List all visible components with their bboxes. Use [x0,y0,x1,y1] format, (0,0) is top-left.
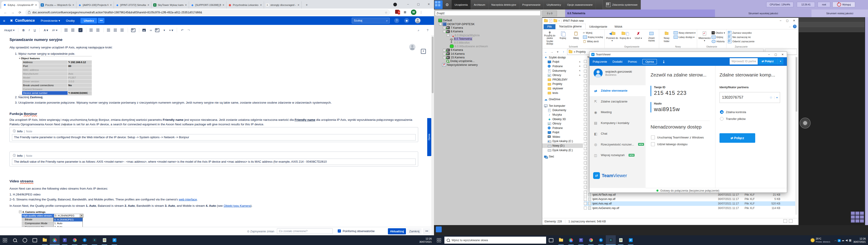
property-row[interactable]: Model ✎P1357 [22,76,92,80]
device-tree-item[interactable]: + 8.0.Wejścia/Wyjścia [434,33,542,37]
new-item-button[interactable]: Nowy element ▾ [674,31,695,35]
panel-scrollbar[interactable] [865,17,868,225]
device-search-input[interactable]: Znajdź [435,11,541,16]
checkbox[interactable] [651,135,655,140]
insert-more-button[interactable]: + ▾ [169,29,173,32]
tree-expander-icon[interactable]: + [443,27,445,29]
select-all-button[interactable]: Zaznacz wszystko [728,31,754,35]
browser-tab[interactable]: ◆ [IPINT-37372] Simultaneou ✕ [114,1,151,9]
task-list-icon[interactable]: ✓ [79,28,83,32]
nav-spaces[interactable]: Przestrzenie ▾ [41,19,60,22]
teamviewer-sidebar-item[interactable]: ◧ Chat [590,128,646,139]
sidebar-item[interactable]: Dokumenty ➤ [542,68,583,73]
remote-control-radio-row[interactable]: Zdalna kontrola [720,110,746,114]
up-icon[interactable]: ↑ [561,50,566,54]
file-checkbox[interactable] [584,207,587,210]
insert-link-icon[interactable]: ∞ [150,29,152,32]
settings-gear-icon[interactable]: ⚙ [442,0,452,9]
sidebar-item[interactable]: Wideo ➤ [542,134,583,139]
tree-expander-icon[interactable]: + [447,34,450,36]
axxon-client-icon[interactable]: 4 [606,235,616,245]
device-label[interactable]: 8.Kamera [451,30,463,33]
tab-close-icon[interactable]: ✕ [35,4,37,6]
dropdown-arrow-icon[interactable]: ▼ [80,214,83,217]
property-row[interactable]: Current firmware ✎ [22,87,92,91]
forward-icon[interactable]: → [10,10,15,15]
browser-menu-icon[interactable]: ⋮ [420,10,423,14]
partner-id-quick-input[interactable]: Wprowadź ID partne [730,58,758,64]
insert-table-icon[interactable] [155,28,159,32]
axxon-tab[interactable]: Użytkownicy [544,0,564,9]
file-row[interactable]: Ipint.Avycon.rep.xlf 30/07/2021 11:17 Pl… [584,197,795,202]
browser-tab[interactable]: ◆ [AAPO-100] Projects for ne ✕ [76,1,114,9]
tray-teamviewer-icon[interactable]: ⇄ [837,239,841,242]
download-icon[interactable]: ⭳ [662,60,665,63]
device-tree-item[interactable]: − DESKTOP-DP9TESK [434,22,542,26]
tab-view[interactable]: Widok [611,24,626,29]
editor-help-icon[interactable]: ? [427,29,428,32]
new-tab-button[interactable]: + [304,3,309,8]
teamviewer-sidebar-item[interactable]: ⇱ Zdalne zarządzanie [590,96,646,107]
axxon-client-icon[interactable]: 4 [90,235,99,245]
taskbar-search-box[interactable]: Wpisz tu wyszukiwane słowa [444,237,546,244]
camera-setting-label[interactable]: High-quality video stream [22,214,54,218]
address-bar[interactable]: doc.axxonsoft.com/confluence/pages/resum… [25,9,390,16]
ptz-keypad[interactable] [851,212,865,223]
sidebar-item[interactable]: Projekty ➤ [542,82,583,86]
select-none-button[interactable]: Nie zaznaczaj nic [728,35,754,39]
browser-avatar[interactable]: W [411,9,416,15]
easy-access-row[interactable]: Udziel łatwego dostępu [651,142,687,146]
notes-app-icon[interactable] [616,235,626,245]
nav-more-button[interactable]: ••• [98,18,104,23]
confluence-search-input[interactable]: Szukaj⌕ [352,18,390,24]
maximize-button[interactable]: ▢ [772,52,779,58]
align-left-icon[interactable] [107,29,111,32]
minimize-button[interactable]: – [766,52,772,58]
quick-access-check-icon[interactable]: ✓ [549,19,552,22]
tree-expander-icon[interactable] [447,45,449,47]
extension-icon[interactable]: 19 [395,10,399,14]
teamviewer-taskbar-icon[interactable]: ⇄ [626,235,636,245]
maximize-button[interactable]: ▢ [784,18,791,24]
notifications-bell-icon[interactable]: ◆ [404,18,409,23]
teamviewer-sidebar-item[interactable]: ◉ Meeting [590,107,646,118]
https-lock-icon[interactable] [28,12,31,14]
axxon-tab[interactable]: Narzędzia detekcyjne [489,0,520,9]
task-view-icon[interactable] [30,235,40,245]
property-row[interactable]: Device serial number ✎00409CD200C [22,91,92,95]
sidebar-item[interactable]: skytower ➤ [542,86,583,91]
device-label[interactable]: 14.Kamera [451,52,465,55]
update-button[interactable]: Aktualizuj [388,228,406,234]
teamviewer-title-bar[interactable]: ⇄ TeamViewer –▢✕ [590,52,787,57]
tree-expander-icon[interactable]: + [443,56,445,59]
partner-id-input[interactable]: 1302076757 ☆ ▾ [719,92,780,103]
url-text[interactable]: doc.axxonsoft.com/confluence/pages/resum… [32,11,383,14]
save-more-button[interactable]: ••• [423,228,431,234]
tab-close-icon[interactable]: ✕ [222,4,224,6]
partner-dropdown-icon[interactable]: ▾ [774,96,778,99]
invert-selection-button[interactable]: Odwróć zaznaczenie [728,39,754,43]
camera-setting-value[interactable]: 0. H.264/MJPEG▼ [54,214,84,218]
layout-tile-button[interactable] [436,226,442,232]
device-label[interactable]: Nieprzydzielone serwery [447,63,477,66]
confluence-logo[interactable]: ✖Confluence [10,19,35,23]
sidebar-item[interactable]: tests ➤ [542,91,583,95]
editor-search-icon[interactable]: ⌕ [418,29,419,32]
start-with-windows-row[interactable]: Uruchamiaj TeamViewer z Windows [651,135,704,140]
sidebar-item[interactable]: Szybki dostęp ➤ [542,55,583,60]
device-tree-item[interactable]: 8.0.Telemetria [434,37,542,41]
file-explorer-icon[interactable] [556,235,566,245]
account-info[interactable]: wojciech.gorczowskiBusiness [594,68,632,78]
notify-watchers-checkbox[interactable]: ✓ [338,229,341,233]
device-tree-item[interactable]: − 8.Kamera [434,30,542,33]
task-view-icon[interactable] [546,235,556,245]
property-row[interactable]: Manufacturer ✎Axis [22,72,92,75]
sidebar-item[interactable]: Obrazy ➤ [542,73,583,78]
sidebar-item[interactable]: Dysk lokalny (C:) ➤ [542,139,583,144]
dropdown-option[interactable]: 2. Auto [54,225,83,227]
browser-tab[interactable]: X SkyTower Wykaz kamer B-a ✕ [151,1,189,9]
tray-volume-icon[interactable]: ◀ [845,239,848,242]
sidebar-item[interactable]: Pobrane ➤ [542,64,583,68]
paragraph-style-dropdown[interactable]: Akapit ▾ [4,29,14,32]
tray-network-icon[interactable]: ▦ [848,239,852,242]
